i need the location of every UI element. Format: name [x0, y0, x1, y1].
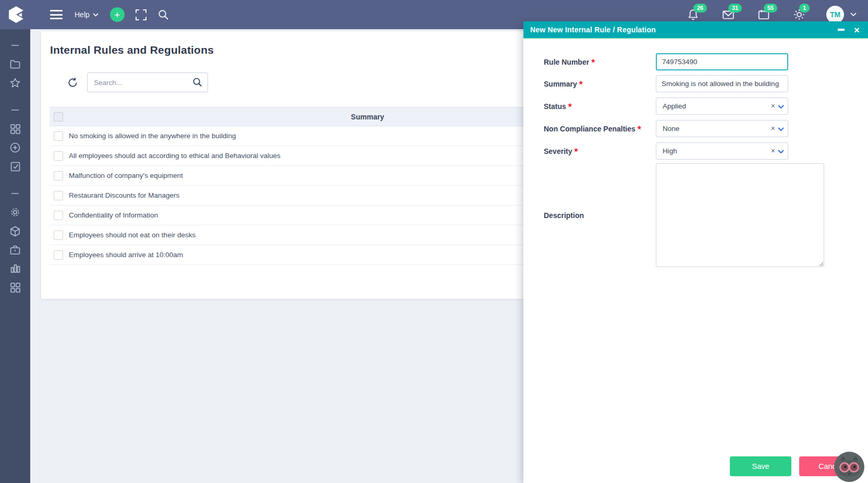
field-row-penalties: Non Compliance Penalties★ None ×	[544, 120, 868, 137]
chevron-down-icon[interactable]	[778, 127, 784, 131]
chevron-down-icon[interactable]	[778, 150, 784, 154]
sidebar-item-favorites[interactable]	[6, 74, 25, 92]
close-icon[interactable]: ×	[854, 25, 860, 35]
refresh-icon[interactable]	[67, 77, 78, 88]
messages-button[interactable]: 31	[722, 8, 735, 21]
chevron-down-icon[interactable]	[778, 105, 784, 109]
sidebar-item-apps[interactable]	[6, 278, 25, 297]
status-value: Applied	[663, 102, 686, 110]
row-summary: No smoking is allowed in the anywhere in…	[69, 132, 236, 140]
help-label: Help	[75, 10, 90, 19]
status-select[interactable]: Applied ×	[656, 98, 788, 115]
required-icon: ★	[568, 102, 572, 108]
severity-select[interactable]: High ×	[656, 142, 788, 160]
search-input[interactable]	[87, 73, 208, 92]
row-checkbox[interactable]	[54, 151, 63, 161]
sidebar-item-settings[interactable]	[6, 203, 25, 222]
calendar-button[interactable]: 55	[757, 8, 770, 21]
row-checkbox[interactable]	[54, 191, 63, 200]
sidebar-item-create[interactable]	[6, 138, 25, 157]
minimize-icon[interactable]	[838, 29, 845, 31]
field-row-rule-number: Rule Number★	[544, 53, 868, 70]
sidebar-divider	[6, 184, 25, 203]
description-label: Description	[544, 211, 656, 220]
app-window: Help + 26 31 55	[0, 0, 868, 483]
row-summary: Employees should not eat on their desks	[69, 231, 195, 239]
user-menu-chevron-icon[interactable]	[850, 13, 857, 17]
new-rule-modal: New New Internal Rule / Regulation × Rul…	[523, 21, 868, 483]
owl-mascot-icon	[834, 452, 864, 482]
search-icon[interactable]	[158, 9, 169, 20]
plus-circle-icon	[10, 142, 20, 153]
chevron-down-icon	[93, 13, 99, 17]
assistant-mascot-widget[interactable]	[834, 452, 864, 482]
required-icon: ★	[579, 80, 583, 86]
navbar-left: Help +	[0, 6, 169, 23]
sidebar-item-folder[interactable]	[6, 55, 25, 74]
modal-footer: Save Cancel	[523, 456, 868, 476]
severity-value: High	[663, 147, 677, 155]
sidebar-divider	[6, 101, 25, 119]
alerts-button[interactable]: 1	[793, 8, 805, 21]
field-row-status: Status★ Applied ×	[544, 98, 868, 115]
summary-input[interactable]	[656, 75, 788, 92]
required-icon: ★	[637, 125, 642, 130]
add-new-button[interactable]: +	[110, 7, 125, 22]
gear-icon	[10, 207, 20, 218]
star-icon	[10, 78, 20, 88]
required-icon: ★	[573, 147, 578, 153]
row-checkbox[interactable]	[54, 211, 63, 220]
sidebar-item-reports[interactable]	[6, 259, 25, 278]
sidebar-item-dashboard[interactable]	[6, 119, 25, 138]
calendar-badge: 55	[764, 4, 777, 13]
row-checkbox[interactable]	[54, 250, 63, 260]
required-icon: ★	[591, 58, 595, 64]
penalties-label: Non Compliance Penalties★	[544, 125, 656, 133]
messages-badge: 31	[728, 4, 742, 13]
bar-chart-icon	[10, 264, 20, 273]
menu-toggle-icon[interactable]	[50, 10, 63, 19]
row-checkbox[interactable]	[54, 171, 63, 180]
severity-label: Severity★	[544, 147, 656, 155]
list-search	[87, 73, 208, 92]
penalties-select[interactable]: None ×	[656, 120, 788, 137]
list-menu-icon[interactable]	[50, 78, 62, 87]
notifications-button[interactable]: 26	[687, 8, 699, 21]
row-summary: Restaurant Discounts for Managers	[69, 191, 179, 199]
clear-icon[interactable]: ×	[771, 102, 775, 110]
help-menu[interactable]: Help	[75, 10, 99, 19]
sidebar-divider	[6, 36, 25, 55]
rule-number-input[interactable]	[656, 53, 788, 70]
row-summary: Malfunction of company's equipment	[69, 172, 183, 179]
sidebar-item-tasks[interactable]	[6, 157, 25, 176]
select-all-checkbox[interactable]	[54, 112, 63, 122]
field-row-severity: Severity★ High ×	[544, 142, 868, 160]
list-toolbar	[50, 73, 208, 92]
row-summary: Confidentiality of Information	[69, 211, 158, 219]
field-row-summary: Summary★	[544, 75, 868, 92]
briefcase-icon	[10, 245, 20, 255]
sidebar-item-products[interactable]	[6, 222, 25, 240]
rule-number-label: Rule Number★	[544, 58, 656, 66]
modal-header: New New Internal Rule / Regulation ×	[523, 21, 868, 39]
field-row-description: Description	[544, 163, 868, 267]
check-square-icon	[10, 162, 20, 172]
user-avatar[interactable]: TM	[826, 6, 844, 23]
modal-title: New New Internal Rule / Regulation	[530, 26, 656, 34]
search-submit-icon[interactable]	[192, 77, 203, 90]
row-checkbox[interactable]	[54, 131, 63, 141]
summary-label: Summary★	[544, 80, 656, 88]
save-button[interactable]: Save	[730, 456, 791, 476]
status-label: Status★	[544, 102, 656, 111]
page-title: Internal Rules and Regulations	[50, 44, 214, 56]
row-summary: All employees should act according to et…	[69, 152, 280, 160]
clear-icon[interactable]: ×	[771, 125, 775, 132]
package-icon	[10, 226, 20, 237]
row-checkbox[interactable]	[54, 231, 63, 240]
sidebar-item-work[interactable]	[6, 240, 25, 259]
description-textarea[interactable]	[656, 163, 824, 267]
fullscreen-icon[interactable]	[136, 9, 146, 20]
folder-icon	[10, 59, 20, 69]
apps-grid-icon	[10, 283, 20, 293]
clear-icon[interactable]: ×	[771, 147, 775, 154]
